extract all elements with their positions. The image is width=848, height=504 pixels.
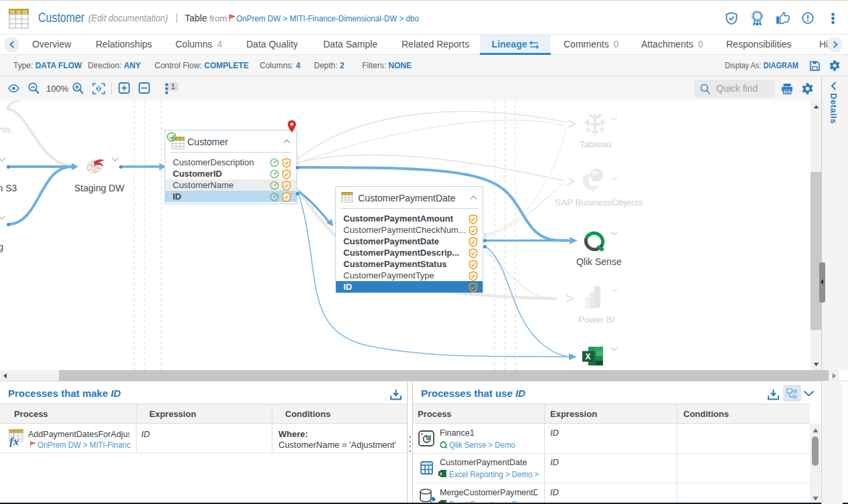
svg-text:X: X xyxy=(585,352,590,361)
svg-text:x: x xyxy=(440,471,442,476)
svg-text:fx: fx xyxy=(9,435,19,447)
